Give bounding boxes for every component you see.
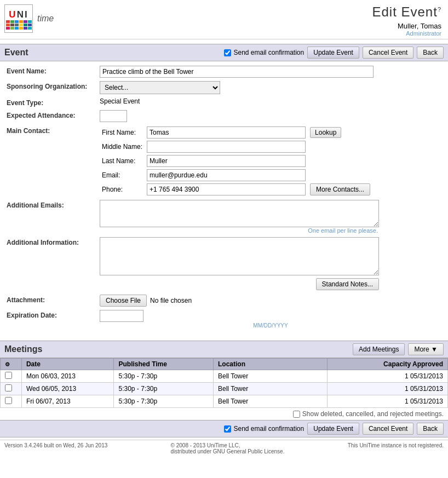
bottom-send-email-text: Send email confirmation	[233, 425, 304, 433]
last-name-input[interactable]	[147, 155, 306, 167]
expiration-date-input[interactable]	[100, 310, 143, 322]
logo-box: UNI	[4, 4, 33, 33]
bottom-back-button[interactable]: Back	[417, 423, 444, 435]
logo-time: time	[37, 14, 54, 24]
additional-emails-textarea[interactable]	[100, 200, 379, 227]
middle-name-input[interactable]	[147, 141, 306, 153]
standard-notes-row: Standard Notes...	[100, 277, 379, 291]
table-row: Mon 06/03, 2013 5:30p - 7:30p Bell Tower…	[1, 370, 448, 383]
bottom-cancel-event-button[interactable]: Cancel Event	[363, 423, 413, 435]
row-time-1: 5:30p - 7:30p	[114, 383, 214, 395]
settings-icon[interactable]: ⚙	[5, 361, 10, 367]
expiration-date-label: Expiration Date:	[7, 310, 100, 319]
phone-cell	[145, 182, 308, 197]
first-name-cell	[145, 125, 308, 140]
bottom-update-event-button[interactable]: Update Event	[307, 423, 359, 435]
additional-emails-row: Additional Emails: One email per line pl…	[7, 200, 441, 234]
show-deleted-label[interactable]: Show deleted, cancelled, and rejected me…	[4, 410, 444, 418]
more-contacts-button[interactable]: More Contacts...	[310, 183, 370, 195]
middle-name-label: Middle Name:	[100, 140, 145, 154]
event-type-label: Event Type:	[7, 97, 100, 107]
show-deleted-checkbox[interactable]	[293, 411, 300, 418]
logo-grid	[6, 20, 32, 30]
lookup-button[interactable]: Lookup	[310, 127, 341, 138]
col-time-header: Published Time	[114, 359, 214, 370]
expiration-date-row: Expiration Date: MM/DD/YYYY	[7, 310, 441, 329]
add-meetings-button[interactable]: Add Meetings	[353, 343, 405, 355]
title-text: Edit Event	[372, 4, 437, 19]
additional-info-label: Additional Information:	[7, 237, 100, 246]
additional-info-row: Additional Information: Standard Notes..…	[7, 237, 441, 291]
row-time-0: 5:30p - 7:30p	[114, 370, 214, 383]
footer-left: Version 3.4.246 built on Wed, 26 Jun 201…	[4, 442, 107, 454]
no-file-text: No file chosen	[150, 297, 192, 304]
expected-attendance-label: Expected Attendance:	[7, 110, 100, 119]
row-date-2: Fri 06/07, 2013	[21, 395, 114, 408]
last-name-row: Last Name:	[100, 154, 372, 168]
event-type-row: Event Type: Special Event	[7, 97, 441, 107]
row-time-2: 5:30p - 7:30p	[114, 395, 214, 408]
attachment-label: Attachment:	[7, 295, 100, 304]
additional-info-textarea[interactable]	[100, 237, 379, 275]
back-button[interactable]: Back	[417, 47, 444, 59]
form-area: Event Name: Sponsoring Organization: Sel…	[0, 61, 448, 336]
row-capacity-1: 1 05/31/2013	[327, 383, 448, 395]
bottom-send-email-checkbox[interactable]	[224, 425, 231, 433]
show-deleted-row: Show deleted, cancelled, and rejected me…	[0, 408, 448, 420]
email-cell	[145, 168, 308, 182]
first-name-input[interactable]	[147, 126, 306, 139]
attachment-control: Choose File No file chosen	[100, 295, 441, 307]
send-email-label[interactable]: Send email confirmation	[224, 49, 304, 56]
email-spacer	[308, 168, 372, 182]
update-event-button[interactable]: Update Event	[307, 47, 359, 59]
expected-attendance-control	[100, 110, 441, 122]
help-icon[interactable]: ?	[438, 6, 441, 13]
additional-info-control: Standard Notes...	[100, 237, 441, 291]
phone-row: Phone: More Contacts...	[100, 182, 372, 197]
sponsoring-org-label: Sponsoring Organization:	[7, 81, 100, 90]
event-name-label: Event Name:	[7, 66, 100, 75]
event-name-row: Event Name:	[7, 66, 441, 78]
event-section-actions: Send email confirmation Update Event Can…	[224, 47, 444, 59]
expiration-date-control: MM/DD/YYYY	[100, 310, 441, 329]
logo-area: UNI time	[4, 4, 54, 33]
email-label: Email:	[100, 168, 145, 182]
meetings-section-actions: Add Meetings More ▼	[353, 343, 444, 355]
row-checkbox-2[interactable]	[5, 397, 12, 404]
email-input[interactable]	[147, 169, 306, 181]
expected-attendance-input[interactable]	[100, 110, 127, 122]
logo-u: U	[9, 9, 16, 20]
main-contact-row: Main Contact: First Name: Lookup Middle …	[7, 125, 441, 197]
choose-file-button[interactable]: Choose File	[100, 295, 147, 307]
phone-label: Phone:	[100, 182, 145, 197]
cancel-event-button[interactable]: Cancel Event	[363, 47, 413, 59]
email-row: Email:	[100, 168, 372, 182]
table-row: Fri 06/07, 2013 5:30p - 7:30p Bell Tower…	[1, 395, 448, 408]
expected-attendance-row: Expected Attendance:	[7, 110, 441, 122]
footer-center-line2: distributed under GNU General Public Lic…	[171, 448, 285, 454]
last-name-label: Last Name:	[100, 154, 145, 168]
more-button[interactable]: More ▼	[408, 343, 444, 355]
col-capacity-header: Capacity Approved	[327, 359, 448, 370]
bottom-action-bar: Send email confirmation Update Event Can…	[0, 420, 448, 437]
header-right: Edit Event? Muller, Tomas Administrator	[372, 4, 441, 37]
event-section-title: Event	[4, 48, 28, 57]
first-name-label: First Name:	[100, 125, 145, 140]
phone-input[interactable]	[147, 183, 306, 195]
contact-table: First Name: Lookup Middle Name:	[100, 125, 372, 197]
row-checkbox-1[interactable]	[5, 384, 12, 391]
additional-emails-label: Additional Emails:	[7, 200, 100, 209]
send-email-checkbox[interactable]	[224, 49, 231, 56]
last-name-cell	[145, 154, 308, 168]
event-name-input[interactable]	[100, 66, 374, 78]
sponsoring-org-control: Select...	[100, 81, 441, 94]
standard-notes-button[interactable]: Standard Notes...	[316, 278, 379, 290]
meetings-header-row: ⚙ Date Published Time Location Capacity …	[1, 359, 448, 370]
row-date-1: Wed 06/05, 2013	[21, 383, 114, 395]
one-email-note: One email per line please.	[100, 227, 379, 234]
header-user: Muller, Tomas Administrator	[398, 22, 441, 37]
row-checkbox-0[interactable]	[5, 372, 12, 379]
event-type-value: Special Event	[100, 97, 441, 105]
bottom-send-email-label[interactable]: Send email confirmation	[224, 425, 304, 433]
sponsoring-org-select[interactable]: Select...	[100, 81, 220, 94]
